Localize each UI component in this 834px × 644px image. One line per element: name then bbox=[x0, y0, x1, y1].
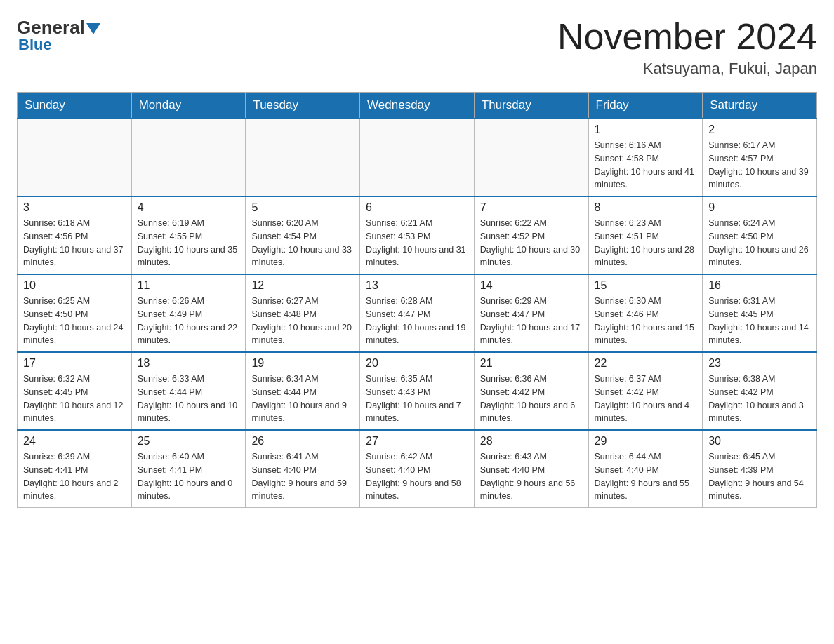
calendar-week-4: 17Sunrise: 6:32 AMSunset: 4:45 PMDayligh… bbox=[18, 352, 817, 430]
day-info: Sunrise: 6:36 AMSunset: 4:42 PMDaylight:… bbox=[480, 373, 583, 425]
day-number: 28 bbox=[480, 435, 583, 448]
day-info: Sunrise: 6:21 AMSunset: 4:53 PMDaylight:… bbox=[366, 217, 468, 269]
page-header: General Blue November 2024 Katsuyama, Fu… bbox=[17, 17, 817, 78]
day-number: 14 bbox=[480, 279, 583, 292]
day-number: 24 bbox=[23, 435, 126, 448]
calendar-cell: 7Sunrise: 6:22 AMSunset: 4:52 PMDaylight… bbox=[474, 196, 588, 274]
day-info: Sunrise: 6:33 AMSunset: 4:44 PMDaylight:… bbox=[138, 373, 240, 425]
day-info: Sunrise: 6:25 AMSunset: 4:50 PMDaylight:… bbox=[23, 295, 126, 347]
calendar-header-row: Sunday Monday Tuesday Wednesday Thursday… bbox=[18, 93, 817, 119]
day-number: 15 bbox=[595, 279, 697, 292]
day-info: Sunrise: 6:19 AMSunset: 4:55 PMDaylight:… bbox=[138, 217, 240, 269]
calendar-cell: 3Sunrise: 6:18 AMSunset: 4:56 PMDaylight… bbox=[18, 196, 132, 274]
title-section: November 2024 Katsuyama, Fukui, Japan bbox=[557, 17, 817, 78]
day-info: Sunrise: 6:17 AMSunset: 4:57 PMDaylight:… bbox=[708, 139, 811, 192]
calendar-cell: 19Sunrise: 6:34 AMSunset: 4:44 PMDayligh… bbox=[246, 352, 360, 430]
day-info: Sunrise: 6:30 AMSunset: 4:46 PMDaylight:… bbox=[595, 295, 697, 347]
calendar-cell: 16Sunrise: 6:31 AMSunset: 4:45 PMDayligh… bbox=[703, 274, 817, 352]
col-monday: Monday bbox=[131, 93, 246, 119]
location: Katsuyama, Fukui, Japan bbox=[557, 60, 817, 78]
day-info: Sunrise: 6:32 AMSunset: 4:45 PMDaylight:… bbox=[23, 373, 126, 425]
day-info: Sunrise: 6:43 AMSunset: 4:40 PMDaylight:… bbox=[480, 450, 583, 503]
calendar-cell: 20Sunrise: 6:35 AMSunset: 4:43 PMDayligh… bbox=[360, 352, 475, 430]
day-number: 3 bbox=[23, 201, 126, 214]
col-saturday: Saturday bbox=[703, 93, 817, 119]
day-number: 13 bbox=[366, 279, 468, 292]
day-info: Sunrise: 6:45 AMSunset: 4:39 PMDaylight:… bbox=[708, 450, 811, 503]
calendar-cell: 24Sunrise: 6:39 AMSunset: 4:41 PMDayligh… bbox=[18, 430, 132, 508]
calendar-cell bbox=[474, 119, 588, 196]
day-number: 6 bbox=[366, 201, 468, 214]
day-number: 4 bbox=[138, 201, 240, 214]
calendar-cell: 26Sunrise: 6:41 AMSunset: 4:40 PMDayligh… bbox=[246, 430, 360, 508]
day-number: 12 bbox=[251, 279, 354, 292]
calendar-cell: 5Sunrise: 6:20 AMSunset: 4:54 PMDaylight… bbox=[246, 196, 360, 274]
calendar-cell bbox=[18, 119, 132, 196]
col-friday: Friday bbox=[588, 93, 703, 119]
calendar-cell: 1Sunrise: 6:16 AMSunset: 4:58 PMDaylight… bbox=[588, 119, 703, 196]
month-title: November 2024 bbox=[557, 17, 817, 57]
logo: General Blue bbox=[17, 17, 100, 54]
day-number: 20 bbox=[366, 357, 468, 370]
day-info: Sunrise: 6:31 AMSunset: 4:45 PMDaylight:… bbox=[708, 295, 811, 347]
day-info: Sunrise: 6:42 AMSunset: 4:40 PMDaylight:… bbox=[366, 450, 468, 503]
calendar-cell: 23Sunrise: 6:38 AMSunset: 4:42 PMDayligh… bbox=[703, 352, 817, 430]
day-number: 8 bbox=[595, 201, 697, 214]
calendar-week-1: 1Sunrise: 6:16 AMSunset: 4:58 PMDaylight… bbox=[18, 119, 817, 196]
calendar-cell: 30Sunrise: 6:45 AMSunset: 4:39 PMDayligh… bbox=[703, 430, 817, 508]
day-info: Sunrise: 6:37 AMSunset: 4:42 PMDaylight:… bbox=[595, 373, 697, 425]
day-number: 21 bbox=[480, 357, 583, 370]
day-number: 17 bbox=[23, 357, 126, 370]
day-number: 23 bbox=[708, 357, 811, 370]
calendar-table: Sunday Monday Tuesday Wednesday Thursday… bbox=[17, 92, 817, 508]
calendar-cell: 4Sunrise: 6:19 AMSunset: 4:55 PMDaylight… bbox=[131, 196, 246, 274]
day-info: Sunrise: 6:16 AMSunset: 4:58 PMDaylight:… bbox=[595, 139, 697, 192]
calendar-cell: 8Sunrise: 6:23 AMSunset: 4:51 PMDaylight… bbox=[588, 196, 703, 274]
day-number: 1 bbox=[595, 123, 697, 136]
day-number: 7 bbox=[480, 201, 583, 214]
day-info: Sunrise: 6:27 AMSunset: 4:48 PMDaylight:… bbox=[251, 295, 354, 347]
calendar-week-2: 3Sunrise: 6:18 AMSunset: 4:56 PMDaylight… bbox=[18, 196, 817, 274]
day-number: 11 bbox=[138, 279, 240, 292]
calendar-cell: 25Sunrise: 6:40 AMSunset: 4:41 PMDayligh… bbox=[131, 430, 246, 508]
day-info: Sunrise: 6:40 AMSunset: 4:41 PMDaylight:… bbox=[138, 450, 240, 503]
day-number: 26 bbox=[251, 435, 354, 448]
day-number: 5 bbox=[251, 201, 354, 214]
day-info: Sunrise: 6:28 AMSunset: 4:47 PMDaylight:… bbox=[366, 295, 468, 347]
day-info: Sunrise: 6:22 AMSunset: 4:52 PMDaylight:… bbox=[480, 217, 583, 269]
day-info: Sunrise: 6:26 AMSunset: 4:49 PMDaylight:… bbox=[138, 295, 240, 347]
calendar-cell: 28Sunrise: 6:43 AMSunset: 4:40 PMDayligh… bbox=[474, 430, 588, 508]
calendar-week-3: 10Sunrise: 6:25 AMSunset: 4:50 PMDayligh… bbox=[18, 274, 817, 352]
col-sunday: Sunday bbox=[18, 93, 132, 119]
calendar-cell: 2Sunrise: 6:17 AMSunset: 4:57 PMDaylight… bbox=[703, 119, 817, 196]
calendar-cell: 9Sunrise: 6:24 AMSunset: 4:50 PMDaylight… bbox=[703, 196, 817, 274]
calendar-cell bbox=[246, 119, 360, 196]
day-number: 18 bbox=[138, 357, 240, 370]
calendar-cell: 22Sunrise: 6:37 AMSunset: 4:42 PMDayligh… bbox=[588, 352, 703, 430]
day-number: 22 bbox=[595, 357, 697, 370]
day-info: Sunrise: 6:24 AMSunset: 4:50 PMDaylight:… bbox=[708, 217, 811, 269]
day-info: Sunrise: 6:39 AMSunset: 4:41 PMDaylight:… bbox=[23, 450, 126, 503]
day-number: 25 bbox=[138, 435, 240, 448]
day-info: Sunrise: 6:44 AMSunset: 4:40 PMDaylight:… bbox=[595, 450, 697, 503]
day-info: Sunrise: 6:34 AMSunset: 4:44 PMDaylight:… bbox=[251, 373, 354, 425]
day-info: Sunrise: 6:38 AMSunset: 4:42 PMDaylight:… bbox=[708, 373, 811, 425]
logo-blue: Blue bbox=[18, 36, 52, 54]
day-info: Sunrise: 6:18 AMSunset: 4:56 PMDaylight:… bbox=[23, 217, 126, 269]
day-info: Sunrise: 6:29 AMSunset: 4:47 PMDaylight:… bbox=[480, 295, 583, 347]
calendar-cell: 6Sunrise: 6:21 AMSunset: 4:53 PMDaylight… bbox=[360, 196, 475, 274]
calendar-cell: 21Sunrise: 6:36 AMSunset: 4:42 PMDayligh… bbox=[474, 352, 588, 430]
logo-triangle-icon bbox=[86, 23, 100, 34]
calendar-cell: 10Sunrise: 6:25 AMSunset: 4:50 PMDayligh… bbox=[18, 274, 132, 352]
calendar-cell: 13Sunrise: 6:28 AMSunset: 4:47 PMDayligh… bbox=[360, 274, 475, 352]
day-number: 19 bbox=[251, 357, 354, 370]
calendar-cell bbox=[131, 119, 246, 196]
day-info: Sunrise: 6:41 AMSunset: 4:40 PMDaylight:… bbox=[251, 450, 354, 503]
calendar-cell: 11Sunrise: 6:26 AMSunset: 4:49 PMDayligh… bbox=[131, 274, 246, 352]
col-tuesday: Tuesday bbox=[246, 93, 360, 119]
day-number: 27 bbox=[366, 435, 468, 448]
day-number: 29 bbox=[595, 435, 697, 448]
calendar-cell: 18Sunrise: 6:33 AMSunset: 4:44 PMDayligh… bbox=[131, 352, 246, 430]
calendar-cell: 29Sunrise: 6:44 AMSunset: 4:40 PMDayligh… bbox=[588, 430, 703, 508]
day-info: Sunrise: 6:35 AMSunset: 4:43 PMDaylight:… bbox=[366, 373, 468, 425]
